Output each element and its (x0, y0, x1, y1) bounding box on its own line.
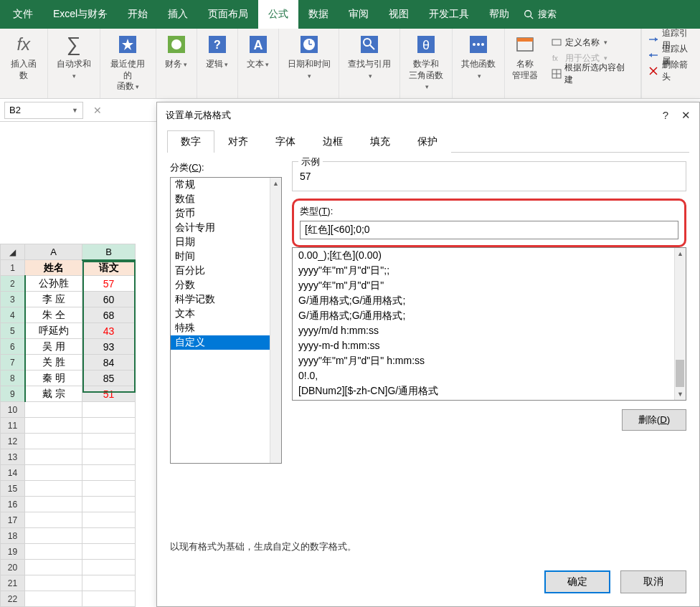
cell-A20[interactable] (25, 560, 82, 575)
row-header-22[interactable]: 22 (1, 591, 25, 607)
format-item-5[interactable]: yyyy/m/d h:mm:ss (293, 323, 686, 338)
row-header-6[interactable]: 6 (1, 339, 25, 355)
cell-B22[interactable] (82, 591, 136, 607)
cell-A22[interactable] (25, 591, 82, 607)
cell-A9[interactable]: 戴 宗 (25, 386, 82, 402)
row-header-11[interactable]: 11 (1, 418, 25, 434)
cell-B10[interactable] (82, 402, 136, 418)
cell-A2[interactable]: 公孙胜 (25, 276, 82, 292)
menu-tab-review[interactable]: 审阅 (339, 0, 379, 29)
ribbon-recent[interactable]: 最近使用的函数 (100, 29, 156, 98)
row-header-21[interactable]: 21 (1, 575, 25, 591)
ribbon-create-from-sel[interactable]: 根据所选内容创建 (551, 66, 628, 82)
row-header-5[interactable]: 5 (1, 323, 25, 339)
cell-B11[interactable] (82, 418, 136, 434)
category-scrollbar[interactable]: ▲ (270, 178, 281, 463)
dialog-close-button[interactable]: ✕ (681, 109, 691, 122)
ribbon-define-name[interactable]: 定义名称▾ (551, 34, 628, 50)
row-header-16[interactable]: 16 (1, 497, 25, 512)
row-header-9[interactable]: 9 (1, 386, 25, 402)
cell-B9[interactable]: 51 (82, 386, 136, 402)
row-header-7[interactable]: 7 (1, 355, 25, 371)
menu-tab-excel-finance[interactable]: Excel与财务 (43, 0, 118, 29)
tab-font[interactable]: 字体 (262, 130, 309, 153)
ribbon-insert-function[interactable]: fx 插入函数 (0, 29, 48, 98)
ribbon-datetime[interactable]: 日期和时间 (279, 29, 340, 98)
cell-B18[interactable] (82, 528, 136, 544)
cancel-button[interactable]: 取消 (620, 570, 686, 593)
cell-A1[interactable]: 姓名 (25, 260, 82, 276)
ribbon-autosum[interactable]: ∑ 自动求和 (48, 29, 100, 98)
cell-A6[interactable]: 吴 用 (25, 339, 82, 355)
format-item-0[interactable]: 0.00_);[红色](0.00) (293, 248, 686, 263)
format-item-6[interactable]: yyyy-m-d h:mm:ss (293, 338, 686, 353)
category-item-9[interactable]: 文本 (171, 307, 281, 321)
category-item-8[interactable]: 科学记数 (171, 292, 281, 307)
format-item-1[interactable]: yyyy"年"m"月"d"日";; (293, 263, 686, 278)
scrollbar-thumb[interactable] (676, 360, 684, 387)
cell-A16[interactable] (25, 497, 82, 512)
dialog-help-button[interactable]: ? (663, 109, 668, 122)
format-item-9[interactable]: [DBNum2][$-zh-CN]G/通用格式 (293, 383, 686, 398)
tab-number[interactable]: 数字 (167, 130, 214, 153)
cell-B6[interactable]: 93 (82, 339, 136, 355)
ok-button[interactable]: 确定 (544, 570, 610, 593)
ribbon-text[interactable]: A 文本 (238, 29, 279, 98)
cell-A12[interactable] (25, 434, 82, 449)
cell-B2[interactable]: 57 (82, 276, 136, 292)
cell-A7[interactable]: 关 胜 (25, 355, 82, 371)
row-header-19[interactable]: 19 (1, 544, 25, 560)
ribbon-more[interactable]: 其他函数 (453, 29, 505, 98)
cell-B7[interactable]: 84 (82, 355, 136, 371)
cell-B4[interactable]: 68 (82, 307, 136, 323)
search-box[interactable]: 搜索 (524, 8, 557, 21)
cell-A3[interactable]: 李 应 (25, 292, 82, 307)
format-item-7[interactable]: yyyy"年"m"月"d"日" h:mm:ss (293, 353, 686, 368)
name-box[interactable]: B2 ▼ (4, 102, 83, 119)
category-item-4[interactable]: 日期 (171, 235, 281, 249)
cell-A11[interactable] (25, 418, 82, 434)
tab-protection[interactable]: 保护 (404, 130, 451, 153)
cell-B19[interactable] (82, 544, 136, 560)
format-item-10[interactable]: [红色][<60]G/通用格式;0;0 (293, 398, 686, 401)
cell-B14[interactable] (82, 465, 136, 481)
ribbon-lookup[interactable]: 查找与引用 (339, 29, 400, 98)
format-list[interactable]: 0.00_);[红色](0.00)yyyy"年"m"月"d"日";;yyyy"年… (292, 247, 686, 401)
cell-A5[interactable]: 呼延灼 (25, 323, 82, 339)
cell-B8[interactable]: 85 (82, 371, 136, 386)
tab-border[interactable]: 边框 (309, 130, 356, 153)
cell-A15[interactable] (25, 481, 82, 497)
row-header-18[interactable]: 18 (1, 528, 25, 544)
row-header-14[interactable]: 14 (1, 465, 25, 481)
row-header-15[interactable]: 15 (1, 481, 25, 497)
row-header-17[interactable]: 17 (1, 512, 25, 528)
type-input[interactable] (300, 221, 678, 239)
category-item-3[interactable]: 会计专用 (171, 221, 281, 235)
row-header-8[interactable]: 8 (1, 371, 25, 386)
format-item-3[interactable]: G/通用格式;G/通用格式; (293, 293, 686, 308)
format-item-2[interactable]: yyyy"年"m"月"d"日" (293, 278, 686, 293)
menu-tab-layout[interactable]: 页面布局 (198, 0, 258, 29)
row-header-2[interactable]: 2 (1, 276, 25, 292)
cancel-formula-icon[interactable]: ✕ (93, 105, 102, 116)
menu-tab-data[interactable]: 数据 (298, 0, 339, 29)
col-header-A[interactable]: A (25, 244, 82, 260)
cell-A18[interactable] (25, 528, 82, 544)
menu-tab-help[interactable]: 帮助 (479, 0, 519, 29)
menu-tab-file[interactable]: 文件 (3, 0, 43, 29)
cell-A17[interactable] (25, 512, 82, 528)
category-item-11[interactable]: 自定义 (171, 335, 281, 350)
row-header-3[interactable]: 3 (1, 292, 25, 307)
ribbon-name-manager[interactable]: 名称管理器 (512, 32, 538, 81)
row-header-4[interactable]: 4 (1, 307, 25, 323)
delete-button[interactable]: 删除(D) (622, 409, 686, 431)
category-item-7[interactable]: 分数 (171, 278, 281, 292)
ribbon-mathtrig[interactable]: θ 数学和三角函数 (400, 29, 453, 98)
cell-B15[interactable] (82, 481, 136, 497)
category-item-5[interactable]: 时间 (171, 249, 281, 264)
cell-B16[interactable] (82, 497, 136, 512)
row-header-12[interactable]: 12 (1, 434, 25, 449)
format-item-4[interactable]: G/通用格式;G/通用格式; (293, 308, 686, 323)
cell-B20[interactable] (82, 560, 136, 575)
row-header-13[interactable]: 13 (1, 449, 25, 465)
